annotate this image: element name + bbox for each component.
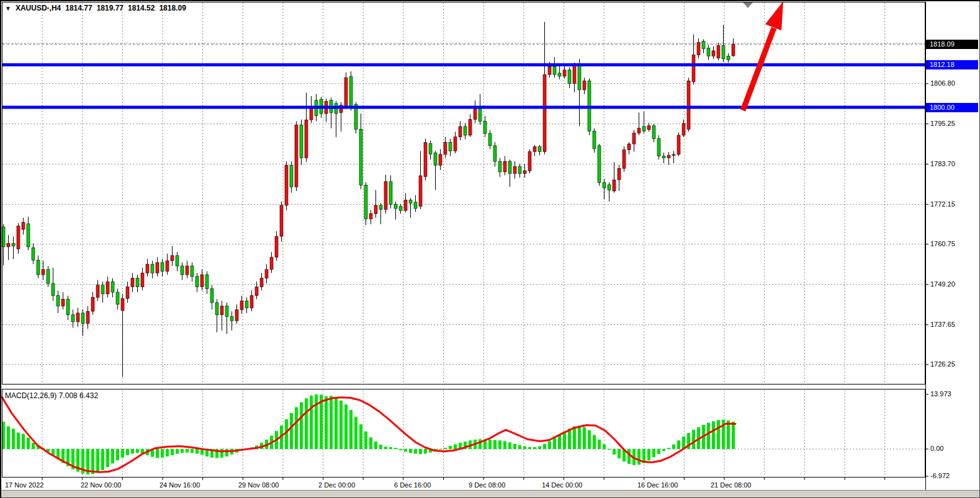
chart-canvas[interactable] xyxy=(0,0,980,498)
ohlc-open: 1814.77 xyxy=(65,4,92,12)
price-axis[interactable] xyxy=(926,2,980,490)
macd-indicator-label: MACD(12,26,9) 7.008 6.432 xyxy=(5,391,98,400)
time-axis[interactable] xyxy=(2,478,925,491)
ohlc-close: 1818.09 xyxy=(159,4,186,12)
ohlc-high: 1819.77 xyxy=(97,4,124,12)
symbol-timeframe: XAUUSD-,H4 xyxy=(16,4,61,12)
symbol-dropdown-icon[interactable]: ▼ xyxy=(5,5,11,12)
ohlc-low: 1814.52 xyxy=(128,4,155,12)
chart-title: ▼XAUUSD-,H41814.771819.771814.521818.09 xyxy=(5,4,191,12)
chart-window: ▼XAUUSD-,H41814.771819.771814.521818.09 … xyxy=(0,0,980,498)
